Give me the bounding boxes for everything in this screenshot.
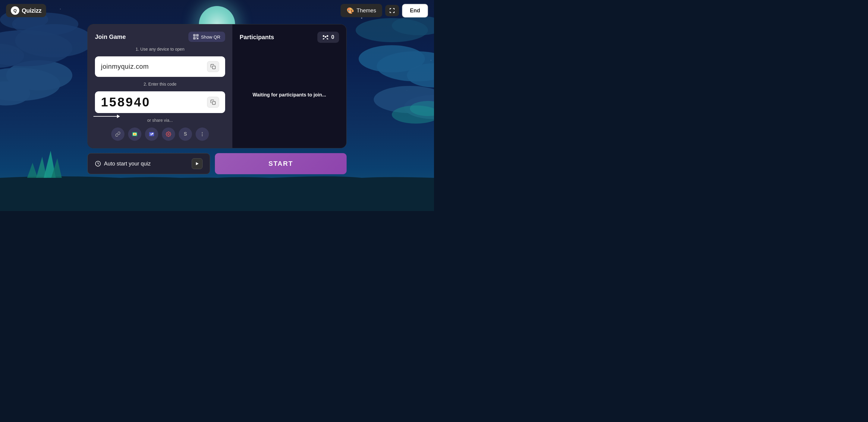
end-button[interactable]: End (402, 4, 428, 18)
copy-code-icon (210, 99, 216, 105)
clock-icon (95, 161, 101, 167)
svg-point-51 (202, 132, 203, 133)
participants-icon (322, 35, 329, 40)
share-settings-button[interactable] (162, 127, 175, 141)
copy-icon (210, 64, 216, 69)
teams-button[interactable]: T (145, 127, 158, 141)
participants-count-badge: 0 (317, 32, 339, 43)
svg-marker-28 (27, 163, 38, 178)
join-header: Join Game Show QR (95, 32, 225, 42)
share-icons-row: T S (95, 127, 225, 141)
logo: Q Quizizz (6, 4, 46, 17)
gear-icon (166, 131, 171, 137)
play-button-small[interactable] (192, 158, 203, 169)
google-classroom-button[interactable] (128, 127, 141, 141)
participants-title: Participants (240, 34, 274, 41)
url-box: joinmyquiz.com (95, 56, 225, 77)
main-content: Join Game Show QR (87, 24, 347, 174)
play-icon (195, 162, 199, 165)
more-icon (199, 131, 205, 137)
share-label: or share via... (95, 118, 225, 123)
svg-rect-38 (196, 37, 197, 38)
join-panel: Join Game Show QR (88, 24, 232, 148)
svg-rect-33 (194, 35, 195, 36)
url-text: joinmyquiz.com (101, 63, 149, 70)
link-icon (115, 131, 121, 137)
arrow-pointer (93, 116, 118, 117)
svg-rect-35 (197, 35, 198, 36)
start-button[interactable]: START (215, 153, 347, 174)
svg-rect-46 (133, 133, 136, 135)
top-navigation: Q Quizizz 🎨 Themes End (0, 0, 434, 21)
join-title: Join Game (95, 33, 126, 40)
start-label: START (269, 160, 293, 167)
nav-right: 🎨 Themes End (341, 4, 428, 18)
copy-code-button[interactable] (207, 97, 219, 108)
game-code: 158940 (101, 95, 150, 110)
svg-marker-55 (196, 162, 198, 165)
waiting-message: Waiting for participants to join... (240, 49, 339, 141)
teams-icon: T (149, 131, 155, 137)
copy-url-button[interactable] (207, 61, 219, 72)
participants-panel: Participants 0 Waiting for participants … (232, 24, 346, 148)
auto-start-label: Auto start your quiz (104, 161, 151, 167)
show-qr-button[interactable]: Show QR (188, 32, 225, 42)
themes-label: Themes (356, 7, 376, 14)
auto-start-button[interactable]: Auto start your quiz (87, 153, 210, 174)
end-label: End (410, 7, 420, 13)
participants-count-value: 0 (331, 34, 334, 40)
show-qr-label: Show QR (201, 34, 220, 39)
game-panel: Join Game Show QR (87, 24, 347, 148)
bottom-controls: Auto start your quiz START (87, 153, 347, 174)
palette-icon: 🎨 (347, 7, 354, 14)
svg-rect-42 (213, 66, 216, 69)
svg-rect-37 (194, 38, 195, 39)
svg-point-52 (202, 134, 203, 135)
more-options-button[interactable] (195, 127, 209, 141)
svg-point-53 (202, 135, 203, 136)
fullscreen-icon (390, 8, 395, 13)
fullscreen-button[interactable] (385, 5, 399, 16)
schoology-letter: S (184, 131, 187, 137)
step1-instruction: 1. Use any device to open (95, 47, 225, 52)
share-link-button[interactable] (111, 127, 124, 141)
qr-icon (193, 34, 198, 39)
svg-rect-40 (196, 38, 197, 39)
auto-start-left: Auto start your quiz (95, 161, 151, 167)
svg-rect-43 (213, 101, 216, 104)
svg-rect-39 (198, 37, 198, 38)
logo-text: Quizizz (22, 7, 41, 14)
svg-rect-41 (197, 38, 198, 39)
participants-header: Participants 0 (240, 32, 339, 43)
svg-point-50 (168, 133, 169, 135)
classroom-icon (132, 131, 138, 137)
schoology-button[interactable]: S (179, 127, 192, 141)
logo-icon: Q (11, 6, 19, 15)
themes-button[interactable]: 🎨 Themes (341, 4, 382, 17)
code-box: 158940 (95, 91, 225, 113)
step2-label: 2. Enter this code (95, 82, 225, 87)
